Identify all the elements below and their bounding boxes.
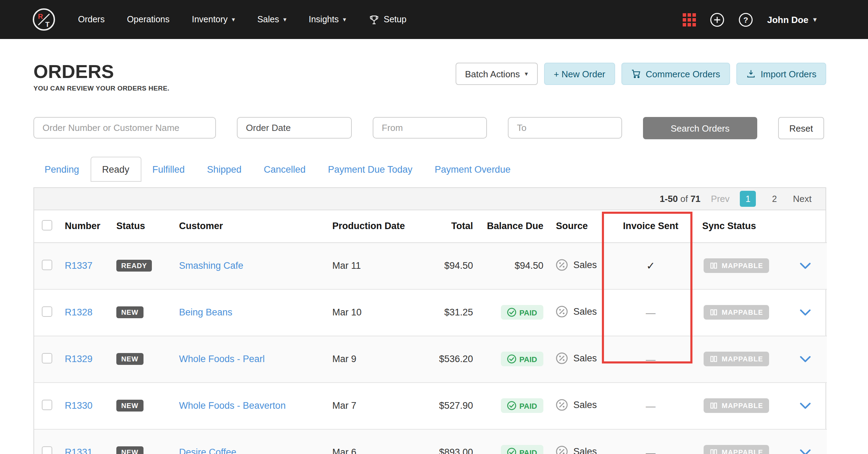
row-checkbox[interactable] bbox=[41, 399, 52, 410]
customer-link[interactable]: Whole Foods - Beaverton bbox=[179, 400, 286, 411]
new-order-button[interactable]: + New Order bbox=[544, 63, 615, 85]
help-circle-icon[interactable]: ? bbox=[738, 12, 753, 27]
tab-cancelled[interactable]: Cancelled bbox=[253, 157, 317, 182]
source-cell: Sales bbox=[556, 445, 597, 454]
sales-channel-icon bbox=[556, 305, 568, 317]
chevron-down-icon[interactable] bbox=[800, 355, 811, 362]
invoice-sent-dash: — bbox=[646, 307, 656, 318]
top-navbar: R T Orders Operations Inventory▾ Sales▾ … bbox=[0, 0, 868, 39]
nav-inventory[interactable]: Inventory▾ bbox=[192, 15, 235, 24]
tab-payment-overdue[interactable]: Payment Overdue bbox=[424, 157, 522, 182]
batch-actions-button[interactable]: Batch Actions ▾ bbox=[455, 63, 538, 85]
table-row: R1330 NEW Whole Foods - Beaverton Mar 7 … bbox=[34, 382, 827, 429]
sales-channel-icon bbox=[556, 399, 568, 410]
range-start: 1-50 bbox=[660, 194, 678, 204]
pagination-range: 1-50 of 71 bbox=[660, 194, 700, 204]
select-all-checkbox[interactable] bbox=[41, 220, 52, 230]
table-row: R1329 NEW Whole Foods - Pearl Mar 9 $536… bbox=[34, 336, 827, 382]
tab-pending[interactable]: Pending bbox=[33, 157, 90, 182]
nav-orders[interactable]: Orders bbox=[78, 15, 104, 24]
chevron-down-icon[interactable] bbox=[800, 402, 811, 409]
nav-insights[interactable]: Insights▾ bbox=[309, 15, 346, 24]
import-orders-button[interactable]: Import Orders bbox=[736, 63, 826, 85]
nav-sales[interactable]: Sales▾ bbox=[257, 15, 287, 24]
status-badge: NEW bbox=[116, 306, 143, 318]
red-grid-icon[interactable] bbox=[683, 13, 696, 26]
paid-badge: PAID bbox=[501, 352, 543, 366]
reset-button[interactable]: Reset bbox=[778, 117, 824, 139]
row-checkbox[interactable] bbox=[41, 259, 52, 270]
svg-text:T: T bbox=[45, 21, 49, 28]
order-number-link[interactable]: R1337 bbox=[65, 260, 93, 271]
page-button-1[interactable]: 1 bbox=[740, 191, 756, 207]
trophy-icon bbox=[369, 14, 380, 25]
invoice-sent-dash: — bbox=[646, 353, 656, 365]
svg-text:?: ? bbox=[743, 15, 748, 24]
chevron-down-icon[interactable] bbox=[800, 449, 811, 454]
page-title: ORDERS bbox=[33, 63, 169, 81]
status-badge: NEW bbox=[116, 353, 143, 365]
customer-link[interactable]: Being Beans bbox=[179, 307, 232, 318]
row-checkbox[interactable] bbox=[41, 353, 52, 363]
date-from-input[interactable] bbox=[373, 117, 487, 139]
nav-setup[interactable]: Setup bbox=[369, 14, 406, 25]
chevron-down-icon[interactable] bbox=[800, 309, 811, 316]
column-customer: Customer bbox=[173, 210, 327, 242]
table-row: R1328 NEW Being Beans Mar 10 $31.25 bbox=[34, 289, 827, 336]
sync-status-badge[interactable]: MAPPABLE bbox=[704, 258, 769, 273]
sync-status-badge[interactable]: MAPPABLE bbox=[704, 305, 769, 320]
order-number-link[interactable]: R1329 bbox=[65, 354, 93, 364]
paid-badge: PAID bbox=[501, 305, 543, 320]
sales-channel-icon bbox=[556, 352, 568, 364]
customer-link[interactable]: Smashing Cafe bbox=[179, 260, 243, 271]
page-button-2[interactable]: 2 bbox=[767, 191, 783, 207]
chevron-down-icon: ▾ bbox=[283, 16, 286, 23]
range-total: 71 bbox=[690, 194, 700, 204]
source-cell: Sales bbox=[556, 399, 597, 410]
production-date: Mar 11 bbox=[327, 242, 413, 289]
source-label: Sales bbox=[573, 259, 597, 270]
tab-payment-due-today[interactable]: Payment Due Today bbox=[317, 157, 424, 182]
order-number-link[interactable]: R1330 bbox=[65, 400, 93, 411]
date-to-input[interactable] bbox=[508, 117, 622, 139]
status-badge: NEW bbox=[116, 446, 143, 454]
sync-status-label: MAPPABLE bbox=[722, 308, 763, 316]
logo-icon: R T bbox=[32, 8, 56, 31]
search-input[interactable] bbox=[33, 117, 216, 139]
app-logo[interactable]: R T bbox=[32, 8, 56, 31]
chevron-down-icon: ▾ bbox=[232, 16, 235, 23]
row-checkbox[interactable] bbox=[41, 306, 52, 316]
sync-status-label: MAPPABLE bbox=[722, 355, 763, 363]
plus-circle-icon[interactable] bbox=[710, 12, 724, 27]
next-page-button[interactable]: Next bbox=[793, 194, 812, 204]
commerce-orders-button[interactable]: Commerce Orders bbox=[621, 63, 730, 85]
status-badge: NEW bbox=[116, 400, 143, 412]
user-menu[interactable]: John Doe ▾ bbox=[767, 14, 816, 25]
customer-link[interactable]: Whole Foods - Pearl bbox=[179, 354, 265, 364]
total-value: $527.90 bbox=[413, 382, 476, 429]
mapping-icon bbox=[710, 262, 718, 269]
sync-status-badge[interactable]: MAPPABLE bbox=[704, 398, 769, 413]
sync-status-badge[interactable]: MAPPABLE bbox=[704, 352, 769, 366]
sync-status-badge[interactable]: MAPPABLE bbox=[704, 445, 769, 454]
nav-right: ? John Doe ▾ bbox=[683, 12, 816, 27]
check-circle-icon bbox=[507, 401, 516, 410]
order-date-input[interactable] bbox=[237, 117, 352, 139]
chevron-down-icon[interactable] bbox=[800, 262, 811, 269]
column-status: Status bbox=[112, 210, 173, 242]
check-circle-icon bbox=[507, 354, 516, 363]
order-number-link[interactable]: R1328 bbox=[65, 307, 93, 318]
nav-operations[interactable]: Operations bbox=[127, 15, 169, 24]
search-orders-button[interactable]: Search Orders bbox=[643, 117, 757, 139]
tab-fulfilled[interactable]: Fulfilled bbox=[141, 157, 196, 182]
prev-page-button[interactable]: Prev bbox=[711, 194, 729, 204]
row-checkbox[interactable] bbox=[41, 446, 52, 454]
order-number-link[interactable]: R1331 bbox=[65, 447, 93, 454]
svg-text:R: R bbox=[38, 13, 43, 20]
source-cell: Sales bbox=[556, 352, 597, 364]
tab-ready[interactable]: Ready bbox=[90, 157, 141, 182]
customer-link[interactable]: Desire Coffee bbox=[179, 447, 237, 454]
range-of: of bbox=[680, 194, 688, 204]
tab-shipped[interactable]: Shipped bbox=[196, 157, 253, 182]
nav-sales-label: Sales bbox=[257, 15, 279, 24]
